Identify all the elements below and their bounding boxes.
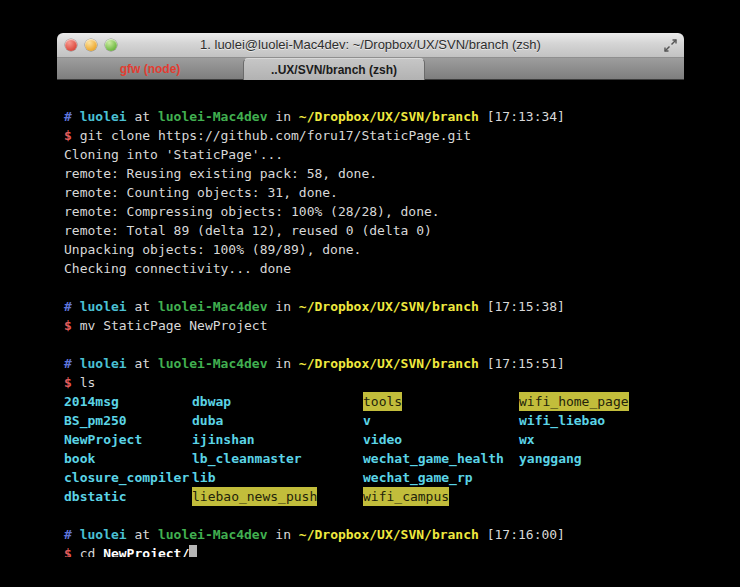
ls-item: yanggang <box>519 449 582 468</box>
title-bar[interactable]: 1. luolei@luolei-Mac4dev: ~/Dropbox/UX/S… <box>57 33 684 58</box>
command-line: $ git clone https://github.com/foru17/St… <box>64 126 678 145</box>
prompt-hash: # <box>64 356 80 371</box>
prompt-host: luolei-Mac4dev <box>158 527 268 542</box>
prompt-sigil: $ <box>64 546 80 557</box>
ls-item: lb_cleanmaster <box>192 449 302 468</box>
ls-item: video <box>363 430 402 449</box>
prompt-user: luolei <box>80 527 127 542</box>
ls-item-highlighted: liebao_news_push <box>192 487 317 506</box>
command-line-current: $ cd NewProject/ <box>64 544 678 557</box>
output-line: remote: Counting objects: 31, done. <box>64 183 678 202</box>
command-argument: NewProject/ <box>103 546 189 557</box>
prompt-user: luolei <box>80 356 127 371</box>
blank-line <box>64 506 678 525</box>
prompt-path: ~/Dropbox/UX/SVN/branch <box>299 299 479 314</box>
ls-row: book lb_cleanmaster wechat_game_health y… <box>64 449 678 468</box>
ls-item: duba <box>192 411 223 430</box>
ls-item: wechat_game_rp <box>363 468 473 487</box>
terminal-window: 1. luolei@luolei-Mac4dev: ~/Dropbox/UX/S… <box>57 33 684 557</box>
prompt-time: [17:15:38] <box>479 299 565 314</box>
blank-line <box>64 335 678 354</box>
ls-item: closure_compiler <box>64 468 189 487</box>
prompt-line: # luolei at luolei-Mac4dev in ~/Dropbox/… <box>64 107 678 126</box>
prompt-hash: # <box>64 527 80 542</box>
ls-item-highlighted: wifi_home_page <box>519 392 629 411</box>
prompt-path: ~/Dropbox/UX/SVN/branch <box>299 356 479 371</box>
blank-line <box>64 88 678 107</box>
ls-item: wifi_liebao <box>519 411 605 430</box>
prompt-user: luolei <box>80 109 127 124</box>
output-line: remote: Reusing existing pack: 58, done. <box>64 164 678 183</box>
command-text: git clone https://github.com/foru17/Stat… <box>80 128 471 143</box>
command-text: ls <box>80 375 96 390</box>
prompt-line: # luolei at luolei-Mac4dev in ~/Dropbox/… <box>64 354 678 373</box>
output-line: Cloning into 'StaticPage'... <box>64 145 678 164</box>
ls-item: dbwap <box>192 392 231 411</box>
fullscreen-icon[interactable] <box>663 38 678 53</box>
ls-row: closure_compiler lib wechat_game_rp <box>64 468 678 487</box>
prompt-host: luolei-Mac4dev <box>158 356 268 371</box>
prompt-host: luolei-Mac4dev <box>158 109 268 124</box>
ls-item: ijinshan <box>192 430 255 449</box>
ls-item: v <box>363 411 371 430</box>
ls-item: wechat_game_health <box>363 449 504 468</box>
tab-bar: gfw (node) ..UX/SVN/branch (zsh) <box>57 58 684 80</box>
ls-item: 2014msg <box>64 392 119 411</box>
window-title: 1. luolei@luolei-Mac4dev: ~/Dropbox/UX/S… <box>57 33 684 57</box>
prompt-line: # luolei at luolei-Mac4dev in ~/Dropbox/… <box>64 297 678 316</box>
prompt-user: luolei <box>80 299 127 314</box>
tab-ux-svn-branch[interactable]: ..UX/SVN/branch (zsh) <box>243 58 425 80</box>
ls-item: book <box>64 449 95 468</box>
desktop: 1. luolei@luolei-Mac4dev: ~/Dropbox/UX/S… <box>0 0 740 587</box>
tab-gfw-node[interactable]: gfw (node) <box>57 58 243 79</box>
prompt-time: [17:15:51] <box>479 356 565 371</box>
tab-label: gfw (node) <box>120 62 181 76</box>
prompt-time: [17:16:00] <box>479 527 565 542</box>
tab-label: ..UX/SVN/branch (zsh) <box>271 63 397 77</box>
close-button[interactable] <box>65 39 77 51</box>
ls-item: wx <box>519 430 535 449</box>
ls-row: NewProject ijinshan video wx <box>64 430 678 449</box>
prompt-hash: # <box>64 109 80 124</box>
output-line: Checking connectivity... done <box>64 259 678 278</box>
text-cursor <box>189 545 197 557</box>
prompt-hash: # <box>64 299 80 314</box>
command-line: $ mv StaticPage NewProject <box>64 316 678 335</box>
prompt-sigil: $ <box>64 375 80 390</box>
ls-item: lib <box>192 468 215 487</box>
terminal-content[interactable]: # luolei at luolei-Mac4dev in ~/Dropbox/… <box>57 80 684 557</box>
command-line: $ ls <box>64 373 678 392</box>
prompt-sigil: $ <box>64 128 80 143</box>
command-text: mv StaticPage NewProject <box>80 318 268 333</box>
prompt-sigil: $ <box>64 318 80 333</box>
ls-item: BS_pm250 <box>64 411 127 430</box>
output-line: remote: Total 89 (delta 12), reused 0 (d… <box>64 221 678 240</box>
output-line: Unpacking objects: 100% (89/89), done. <box>64 240 678 259</box>
ls-item: dbstatic <box>64 487 127 506</box>
blank-line <box>64 278 678 297</box>
ls-item: NewProject <box>64 430 142 449</box>
output-line: remote: Compressing objects: 100% (28/28… <box>64 202 678 221</box>
ls-item-highlighted: tools <box>363 392 402 411</box>
zoom-button[interactable] <box>105 39 117 51</box>
prompt-line: # luolei at luolei-Mac4dev in ~/Dropbox/… <box>64 525 678 544</box>
ls-row: dbstatic liebao_news_push wifi_campus <box>64 487 678 506</box>
prompt-path: ~/Dropbox/UX/SVN/branch <box>299 527 479 542</box>
prompt-host: luolei-Mac4dev <box>158 299 268 314</box>
prompt-time: [17:13:34] <box>479 109 565 124</box>
minimize-button[interactable] <box>85 39 97 51</box>
ls-row: BS_pm250 duba v wifi_liebao <box>64 411 678 430</box>
ls-row: 2014msg dbwap tools wifi_home_page <box>64 392 678 411</box>
prompt-path: ~/Dropbox/UX/SVN/branch <box>299 109 479 124</box>
ls-item-highlighted: wifi_campus <box>363 487 449 506</box>
traffic-lights <box>65 33 117 57</box>
command-text: cd <box>80 546 103 557</box>
